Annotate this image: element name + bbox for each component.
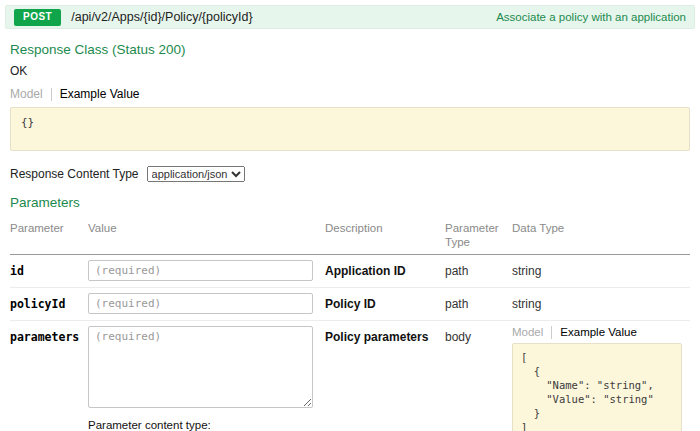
column-header-parameter-type: Parameter Type bbox=[445, 222, 512, 250]
param-type-id: path bbox=[445, 260, 512, 278]
column-header-description: Description bbox=[325, 222, 445, 236]
column-header-parameter: Parameter bbox=[10, 222, 88, 236]
data-type-id: string bbox=[512, 260, 690, 278]
data-type-parameters: Model Example Value [ { "Name": "string"… bbox=[512, 326, 690, 431]
param-description-id: Application ID bbox=[325, 260, 445, 278]
param-name-parameters: parameters bbox=[10, 326, 88, 344]
parameters-heading: Parameters bbox=[10, 195, 690, 210]
column-header-value: Value bbox=[88, 222, 325, 236]
parameters-table-header: Parameter Value Description Parameter Ty… bbox=[10, 217, 690, 255]
param-type-policyid: path bbox=[445, 293, 512, 311]
param-input-id[interactable] bbox=[88, 260, 313, 281]
tab-example-value[interactable]: Example Value bbox=[60, 87, 140, 101]
param-name-policyid: policyId bbox=[10, 293, 88, 311]
tab-divider bbox=[551, 326, 552, 339]
param-type-parameters: body bbox=[445, 326, 512, 344]
param-name-id: id bbox=[10, 260, 88, 278]
table-row-policyid: policyId Policy ID path string bbox=[10, 288, 690, 321]
response-status-text: OK bbox=[10, 64, 690, 78]
response-content-type-select[interactable]: application/json bbox=[147, 166, 245, 182]
tab-model[interactable]: Model bbox=[10, 87, 43, 101]
column-header-data-type: Data Type bbox=[512, 222, 690, 236]
response-example-code: {} bbox=[10, 107, 690, 151]
table-row-parameters: parameters Parameter content type: appli… bbox=[10, 321, 690, 431]
table-row-id: id Application ID path string bbox=[10, 255, 690, 288]
operation-body: Response Class (Status 200) OK Model Exa… bbox=[5, 42, 695, 431]
operation-panel: POST /api/v2/Apps/{id}/Policy/{policyId}… bbox=[5, 5, 695, 431]
response-class-heading: Response Class (Status 200) bbox=[10, 42, 690, 57]
parameter-content-type-label: Parameter content type: bbox=[88, 419, 317, 431]
param-input-policyid[interactable] bbox=[88, 293, 313, 314]
response-content-type-row: Response Content Type application/json bbox=[10, 166, 690, 182]
param-description-parameters: Policy parameters bbox=[325, 326, 445, 344]
parameter-model-tabs: Model Example Value bbox=[512, 326, 682, 339]
http-method-badge: POST bbox=[14, 9, 61, 26]
operation-header[interactable]: POST /api/v2/Apps/{id}/Policy/{policyId}… bbox=[5, 5, 695, 29]
param-description-policyid: Policy ID bbox=[325, 293, 445, 311]
tab-model-parameters[interactable]: Model bbox=[512, 326, 543, 338]
parameter-example-code[interactable]: [ { "Name": "string", "Value": "string" … bbox=[512, 343, 682, 431]
data-type-policyid: string bbox=[512, 293, 690, 311]
tab-example-value-parameters[interactable]: Example Value bbox=[560, 326, 637, 338]
operation-summary-link[interactable]: Associate a policy with an application bbox=[496, 11, 686, 23]
parameters-table: Parameter Value Description Parameter Ty… bbox=[10, 217, 690, 431]
endpoint-path[interactable]: /api/v2/Apps/{id}/Policy/{policyId} bbox=[71, 10, 252, 24]
response-tabs: Model Example Value bbox=[10, 87, 690, 101]
param-textarea-parameters[interactable] bbox=[88, 326, 313, 408]
response-content-type-label: Response Content Type bbox=[10, 167, 139, 181]
tab-divider bbox=[51, 88, 52, 101]
